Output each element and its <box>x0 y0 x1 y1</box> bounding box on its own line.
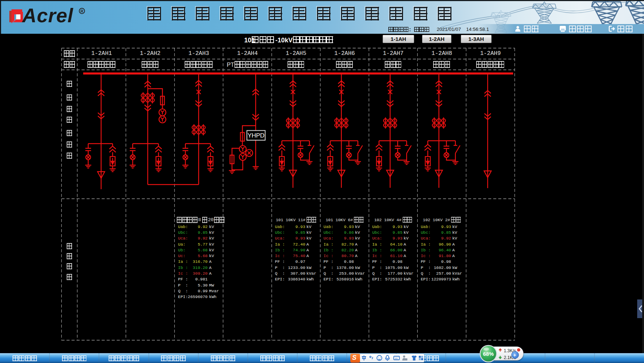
svg-text:YHPD: YHPD <box>247 132 264 139</box>
svg-text:68%: 68% <box>483 351 494 357</box>
